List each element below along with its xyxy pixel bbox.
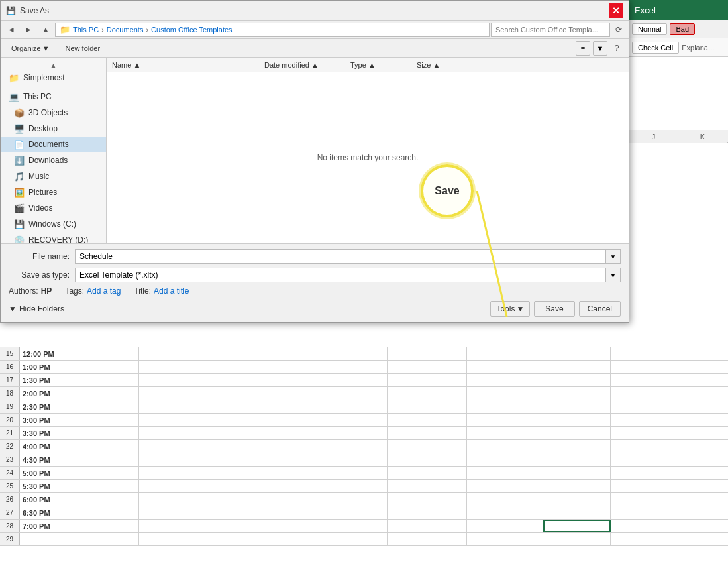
nav-up-button[interactable]: ▲ (38, 23, 54, 37)
cell-r19-c4[interactable] (388, 400, 467, 413)
cell-r17-c6[interactable] (543, 374, 611, 386)
cell-r28-c2[interactable] (225, 520, 301, 532)
cell-r19-c5[interactable] (467, 400, 543, 413)
cell-r21-c0[interactable] (66, 427, 139, 439)
col-header-name[interactable]: Name ▲ (112, 61, 264, 69)
cell-r21-c3[interactable] (301, 427, 388, 439)
cell-r21-c4[interactable] (388, 427, 467, 439)
cell-r17-c1[interactable] (139, 374, 225, 386)
cell-r15-c4[interactable] (388, 347, 467, 360)
cell-r17-c0[interactable] (66, 374, 139, 386)
cell-r25-c1[interactable] (139, 480, 225, 492)
sidebar-item-3d-objects[interactable]: 📦3D Objects (1, 105, 106, 121)
cell-r27-c4[interactable] (388, 506, 467, 519)
cell-r23-c6[interactable] (543, 453, 611, 466)
savetype-input[interactable] (75, 268, 606, 282)
cell-r17-c5[interactable] (467, 374, 543, 386)
cell-r29-c3[interactable] (301, 533, 388, 545)
sidebar-item-videos[interactable]: 🎬Videos (1, 200, 106, 216)
view-icon-button[interactable]: ≡ (576, 41, 590, 56)
cell-r18-c6[interactable] (543, 387, 611, 400)
cell-r26-c6[interactable] (543, 493, 611, 506)
cell-r25-c6[interactable] (543, 480, 611, 492)
cell-r19-c6[interactable] (543, 400, 611, 413)
nav-refresh-button[interactable]: ⟳ (611, 23, 626, 37)
cell-r16-c0[interactable] (66, 361, 139, 373)
cell-r24-c3[interactable] (301, 467, 388, 479)
cell-r15-c0[interactable] (66, 347, 139, 360)
sidebar-item-downloads[interactable]: ⬇️Downloads (1, 152, 106, 168)
cell-r22-c5[interactable] (467, 440, 543, 453)
cell-r29-c1[interactable] (139, 533, 225, 545)
cell-r28-c6[interactable] (543, 520, 611, 532)
cell-r23-c0[interactable] (66, 453, 139, 466)
sidebar-item-desktop[interactable]: 🖥️Desktop (1, 121, 106, 137)
cell-r16-c4[interactable] (388, 361, 467, 373)
cell-r19-c0[interactable] (66, 400, 139, 413)
cell-r15-c3[interactable] (301, 347, 388, 360)
cell-r23-c1[interactable] (139, 453, 225, 466)
cell-r22-c4[interactable] (388, 440, 467, 453)
cell-r25-c0[interactable] (66, 480, 139, 492)
cell-r24-c5[interactable] (467, 467, 543, 479)
cell-r27-c6[interactable] (543, 506, 611, 519)
cell-r15-c1[interactable] (139, 347, 225, 360)
cell-r24-c0[interactable] (66, 467, 139, 479)
sidebar-item-pictures[interactable]: 🖼️Pictures (1, 184, 106, 200)
cell-r20-c2[interactable] (225, 414, 301, 426)
cell-r29-c0[interactable] (66, 533, 139, 545)
sidebar-item-music[interactable]: 🎵Music (1, 168, 106, 184)
cell-r29-c2[interactable] (225, 533, 301, 545)
cell-r27-c1[interactable] (139, 506, 225, 519)
cell-r16-c3[interactable] (301, 361, 388, 373)
col-header-size[interactable]: Size ▲ (417, 61, 470, 69)
cell-r23-c3[interactable] (301, 453, 388, 466)
add-tag-link[interactable]: Add a tag (87, 286, 121, 296)
cell-r26-c5[interactable] (467, 493, 543, 506)
nav-forward-button[interactable]: ► (21, 23, 36, 37)
cell-r28-c4[interactable] (388, 520, 467, 532)
cell-r27-c2[interactable] (225, 506, 301, 519)
cell-r28-c5[interactable] (467, 520, 543, 532)
cell-r26-c0[interactable] (66, 493, 139, 506)
cell-r24-c2[interactable] (225, 467, 301, 479)
cell-r21-c2[interactable] (225, 427, 301, 439)
new-folder-button[interactable]: New folder (60, 41, 106, 56)
cancel-button[interactable]: Cancel (579, 301, 621, 317)
cell-r17-c3[interactable] (301, 374, 388, 386)
cell-r17-c4[interactable] (388, 374, 467, 386)
cell-r20-c0[interactable] (66, 414, 139, 426)
cell-r22-c0[interactable] (66, 440, 139, 453)
cell-r21-c6[interactable] (543, 427, 611, 439)
help-button[interactable]: ? (610, 42, 623, 55)
cell-r21-c5[interactable] (467, 427, 543, 439)
breadcrumb-this-pc[interactable]: This PC (73, 26, 99, 34)
ribbon-normal-btn[interactable]: Normal (632, 23, 667, 35)
cell-r23-c5[interactable] (467, 453, 543, 466)
save-button[interactable]: Save (534, 301, 574, 317)
cell-r20-c5[interactable] (467, 414, 543, 426)
add-title-link[interactable]: Add a title (154, 286, 189, 296)
cell-r18-c3[interactable] (301, 387, 388, 400)
breadcrumb-custom-office-templates[interactable]: Custom Office Templates (151, 26, 232, 34)
cell-r22-c2[interactable] (225, 440, 301, 453)
cell-r24-c4[interactable] (388, 467, 467, 479)
nav-back-button[interactable]: ◄ (3, 23, 19, 37)
sidebar-item-documents[interactable]: 📄Documents (1, 137, 106, 152)
cell-r19-c1[interactable] (139, 400, 225, 413)
breadcrumb-documents[interactable]: Documents (107, 26, 144, 34)
cell-r17-c2[interactable] (225, 374, 301, 386)
cell-r26-c3[interactable] (301, 493, 388, 506)
cell-r20-c6[interactable] (543, 414, 611, 426)
hide-folders-button[interactable]: ▼ Hide Folders (9, 304, 64, 313)
cell-r29-c6[interactable] (543, 533, 611, 545)
cell-r21-c1[interactable] (139, 427, 225, 439)
cell-r15-c5[interactable] (467, 347, 543, 360)
cell-r20-c4[interactable] (388, 414, 467, 426)
cell-r20-c3[interactable] (301, 414, 388, 426)
cell-r18-c5[interactable] (467, 387, 543, 400)
cell-r19-c2[interactable] (225, 400, 301, 413)
sidebar-scroll-up[interactable]: ▲ (1, 60, 106, 70)
cell-r26-c4[interactable] (388, 493, 467, 506)
cell-r16-c6[interactable] (543, 361, 611, 373)
